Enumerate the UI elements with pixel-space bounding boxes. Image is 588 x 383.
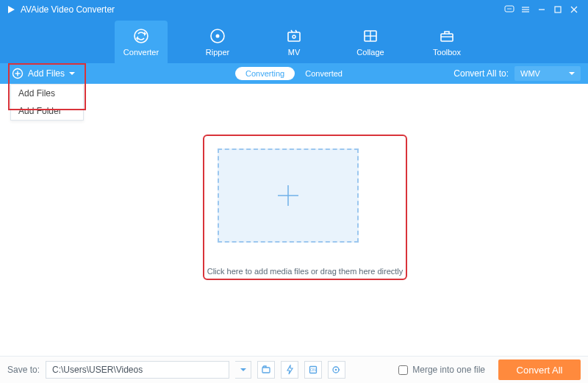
svg-rect-17 — [288, 32, 300, 41]
toolbox-icon — [438, 27, 456, 45]
svg-marker-28 — [569, 72, 575, 75]
svg-marker-38 — [339, 369, 340, 371]
settings-button[interactable] — [328, 361, 345, 379]
dropdown-item-add-files[interactable]: Add Files — [11, 85, 83, 102]
save-path-dropdown[interactable] — [235, 361, 251, 379]
workspace: Click here to add media files or drag th… — [0, 84, 588, 356]
save-path-field[interactable]: C:\Users\USER\Videos — [46, 361, 229, 379]
chevron-down-icon — [69, 71, 75, 76]
svg-marker-33 — [287, 365, 293, 374]
minimize-button[interactable] — [534, 1, 550, 18]
add-files-button[interactable]: Add Files — [7, 63, 79, 84]
selected-format: WMV — [520, 69, 540, 78]
converter-icon — [132, 27, 150, 45]
merge-label: Merge into one file — [412, 365, 485, 375]
tab-ripper[interactable]: Ripper — [191, 21, 244, 63]
ripper-icon — [209, 27, 226, 45]
close-button[interactable] — [566, 1, 582, 18]
tab-converter[interactable]: Converter — [115, 21, 168, 63]
tab-label: Collage — [356, 48, 384, 57]
svg-point-2 — [507, 8, 509, 10]
svg-marker-31 — [240, 368, 246, 371]
mv-icon — [285, 27, 303, 45]
subbar: Add Files Converting Converted Convert A… — [0, 63, 588, 84]
tab-label: Ripper — [206, 48, 229, 57]
tab-mv[interactable]: MV — [268, 21, 320, 63]
maximize-button[interactable] — [550, 1, 566, 18]
conversion-status-tabs: Converting Converted — [235, 67, 353, 80]
svg-point-18 — [293, 35, 295, 38]
tab-converted[interactable]: Converted — [295, 67, 353, 80]
tab-converting[interactable]: Converting — [235, 67, 295, 80]
svg-rect-32 — [262, 368, 270, 373]
dropdown-item-add-folder[interactable]: Add Folder — [11, 102, 83, 120]
svg-rect-9 — [555, 7, 561, 12]
app-title: AVAide Video Converter — [21, 4, 115, 15]
titlebar: AVAide Video Converter — [0, 0, 588, 19]
svg-point-16 — [216, 35, 220, 38]
open-folder-button[interactable] — [257, 361, 275, 379]
add-media-dropzone[interactable] — [218, 148, 359, 243]
bottombar: Save to: C:\Users\USER\Videos ON Merge i… — [0, 356, 588, 383]
svg-point-37 — [335, 369, 337, 371]
svg-text:ON: ON — [310, 368, 316, 372]
dropzone-hint: Click here to add media files or drag th… — [206, 267, 404, 276]
tab-collage[interactable]: Collage — [344, 21, 397, 63]
tab-label: MV — [288, 48, 301, 57]
svg-rect-22 — [441, 34, 453, 41]
save-path-value: C:\Users\USER\Videos — [52, 365, 143, 375]
feedback-icon[interactable] — [501, 1, 517, 18]
add-files-dropdown: Add Files Add Folder — [10, 84, 84, 121]
merge-checkbox[interactable] — [398, 365, 408, 375]
merge-checkbox-group[interactable]: Merge into one file — [398, 365, 485, 375]
chevron-down-icon — [569, 71, 575, 76]
svg-marker-27 — [69, 72, 75, 75]
svg-point-12 — [135, 29, 148, 43]
high-speed-button[interactable] — [281, 361, 298, 379]
app-logo-icon — [6, 4, 16, 15]
svg-marker-0 — [8, 6, 15, 13]
save-to-label: Save to: — [7, 365, 40, 375]
tab-label: Toolbox — [433, 48, 461, 57]
convert-all-to-label: Convert All to: — [453, 68, 509, 79]
tab-toolbox[interactable]: Toolbox — [420, 21, 473, 63]
main-tabs: Converter Ripper MV Collage Toolbox — [0, 19, 588, 63]
convert-all-button[interactable]: Convert All — [498, 359, 581, 380]
menu-icon[interactable] — [517, 1, 534, 18]
output-format-select[interactable]: WMV — [514, 66, 581, 81]
plus-icon — [273, 181, 303, 210]
plus-circle-icon — [12, 68, 24, 79]
gpu-accel-button[interactable]: ON — [304, 361, 322, 379]
add-files-label: Add Files — [28, 68, 65, 79]
collage-icon — [362, 27, 379, 45]
tab-label: Converter — [123, 48, 159, 57]
svg-point-4 — [510, 8, 512, 10]
svg-point-3 — [509, 8, 510, 10]
